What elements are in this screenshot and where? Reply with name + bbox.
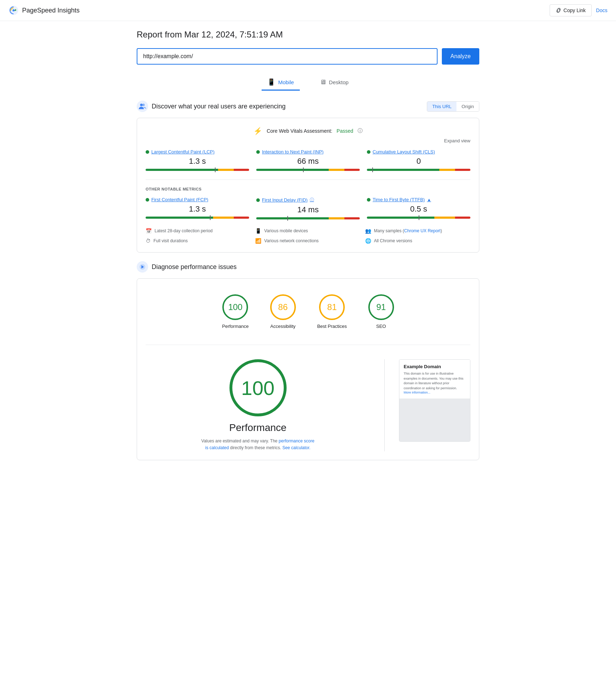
url-input[interactable] [137,48,438,65]
tab-mobile[interactable]: 📱 Mobile [262,75,299,91]
info-visit-text: Full visit durations [153,238,188,243]
cls-value: 0 [367,157,470,166]
url-row: Analyze [137,48,479,65]
lcp-label: Largest Contentful Paint (LCP) [151,149,214,154]
header-actions: Copy Link Docs [550,4,607,16]
diagnose-title: Diagnose performance issues [152,263,237,271]
mobile-icon: 📱 [267,78,275,86]
cwv-header: ⚡ Core Web Vitals Assessment: Passed ⓘ [146,127,470,135]
svg-point-1 [12,9,15,11]
seo-score-value: 91 [376,302,386,312]
diagnose-icon [137,261,148,273]
info-mobile-devices: 📱 Various mobile devices [255,228,360,234]
performance-name: Performance [229,422,286,433]
inp-value: 66 ms [256,157,360,166]
ttfb-bar [367,217,470,219]
fcp-bar [146,217,249,219]
copy-link-label: Copy Link [564,7,586,13]
real-users-title-row: Discover what your real users are experi… [137,101,286,112]
analyze-button[interactable]: Analyze [442,48,479,65]
best-practices-score-value: 81 [327,302,337,312]
fid-metric: First Input Delay (FID) ⓘ 14 ms [256,197,360,221]
accessibility-score-circle: 86 [270,294,296,320]
device-tabs: 📱 Mobile 🖥 Desktop [137,75,479,91]
fid-bar [256,217,360,219]
cwv-pulse-icon: ⚡ [253,127,262,135]
lcp-value: 1.3 s [146,157,249,166]
preview-domain: Example Domain [404,364,466,369]
other-metrics-grid: First Contentful Paint (FCP) 1.3 s First… [146,197,470,221]
diagnose-title-row: Diagnose performance issues [137,261,237,273]
svg-point-5 [141,266,143,268]
diagnose-header: Diagnose performance issues [137,261,479,273]
performance-desc: Values are estimated and may vary. The p… [201,438,315,451]
seo-score-item: 91 SEO [368,294,394,329]
perf-desc-text: Values are estimated and may vary. The [201,438,279,443]
tab-desktop[interactable]: 🖥 Desktop [314,75,354,91]
docs-link[interactable]: Docs [596,7,607,13]
preview-link[interactable]: More information... [404,391,466,394]
ttfb-value: 0.5 s [367,204,470,214]
info-network: 📶 Various network connections [255,238,360,244]
app-title: PageSpeed Insights [22,7,80,14]
chrome-icon: 🌐 [365,238,371,244]
url-origin-toggle: This URL Origin [427,101,479,112]
cwv-metrics-grid: Largest Contentful Paint (LCP) 1.3 s Int… [146,149,470,172]
this-url-button[interactable]: This URL [427,102,456,111]
site-preview-card: Example Domain This domain is for use in… [399,359,470,442]
inp-label: Interaction to Next Paint (INP) [262,149,324,154]
tab-mobile-label: Mobile [278,79,294,85]
fid-name[interactable]: First Input Delay (FID) ⓘ [256,197,360,203]
info-collection-period: 📅 Latest 28-day collection period [146,228,251,234]
fid-label: First Input Delay (FID) [262,197,308,203]
preview-screenshot [399,399,470,441]
preview-header: Example Domain This domain is for use in… [399,360,470,399]
lcp-dot [146,150,149,154]
lcp-name[interactable]: Largest Contentful Paint (LCP) [146,149,249,154]
ttfb-dot [367,198,370,202]
inp-dot [256,150,260,154]
fcp-label: First Contentful Paint (FCP) [151,197,208,202]
inp-name[interactable]: Interaction to Next Paint (INP) [256,149,360,154]
info-network-text: Various network connections [264,238,319,243]
real-users-title: Discover what your real users are experi… [152,103,286,110]
info-chrome: 🌐 All Chrome versions [365,238,470,244]
pagespeed-logo-icon [9,5,19,15]
fid-info-icon: ⓘ [310,197,314,203]
cls-name[interactable]: Cumulative Layout Shift (CLS) [367,149,470,154]
inp-bar [256,169,360,171]
accessibility-score-item: 86 Accessibility [270,294,296,329]
cwv-card: ⚡ Core Web Vitals Assessment: Passed ⓘ E… [137,118,479,253]
ttfb-metric: Time to First Byte (TTFB) ▲ 0.5 s [367,197,470,221]
perf-desc-mid: directly from these metrics. [230,445,282,450]
best-practices-score-item: 81 Best Practices [317,294,347,329]
svg-point-3 [142,104,145,106]
best-practices-score-label: Best Practices [317,324,347,329]
cls-bar [367,169,470,171]
fcp-name[interactable]: First Contentful Paint (FCP) [146,197,249,202]
perf-see-calc-link[interactable]: See calculator. [282,445,310,450]
accessibility-score-label: Accessibility [270,324,296,329]
fcp-value: 1.3 s [146,204,249,214]
seo-score-label: SEO [376,324,386,329]
performance-big-score: 100 [241,376,274,400]
copy-link-button[interactable]: Copy Link [550,4,592,16]
info-chrome-text: All Chrome versions [374,238,412,243]
expand-view[interactable]: Expand view [146,138,470,143]
svg-point-2 [140,104,143,106]
info-collection-text: Latest 28-day collection period [155,228,213,233]
people-icon [138,102,146,110]
perf-vertical-divider [384,359,385,451]
performance-score-label: Performance [222,324,248,329]
real-users-icon [137,101,148,112]
fcp-dot [146,198,149,202]
main-content: Report from Mar 12, 2024, 7:51:19 AM Ana… [122,21,494,477]
cwv-status: Passed [337,128,353,134]
ttfb-name[interactable]: Time to First Byte (TTFB) ▲ [367,197,470,202]
preview-text: This domain is for use in illustrative e… [404,371,466,391]
scores-row: 100 Performance 86 Accessibility 81 Best… [146,287,470,338]
tab-desktop-label: Desktop [329,79,349,85]
app-header: PageSpeed Insights Copy Link Docs [0,0,616,21]
origin-button[interactable]: Origin [456,102,479,111]
chrome-ux-link[interactable]: Chrome UX Report [404,228,440,233]
